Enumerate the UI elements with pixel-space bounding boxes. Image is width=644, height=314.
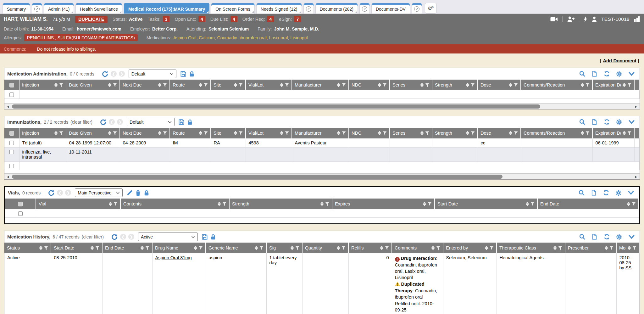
filter-icon[interactable] <box>239 83 243 87</box>
sort-icon[interactable] <box>423 202 426 206</box>
column-header[interactable]: Expiration Date <box>592 80 634 90</box>
column-header[interactable]: Contents <box>120 199 229 209</box>
duplicate-badge[interactable]: DUPLICATE <box>75 16 108 23</box>
medication-link[interactable]: Lasix oral <box>269 35 291 40</box>
filter-icon[interactable] <box>609 246 613 250</box>
sort-icon[interactable] <box>141 246 144 250</box>
undo-icon[interactable] <box>100 119 107 126</box>
column-header[interactable]: Modified By <box>616 243 639 253</box>
sort-icon[interactable] <box>194 246 197 250</box>
select-all-header[interactable] <box>4 128 19 138</box>
select-all-checkbox[interactable] <box>9 131 14 136</box>
sort-icon[interactable] <box>158 131 161 135</box>
filter-icon[interactable] <box>285 83 289 87</box>
column-header[interactable]: Vial/Lot <box>246 80 292 90</box>
sort-icon[interactable] <box>158 83 161 87</box>
sort-icon[interactable] <box>108 131 111 135</box>
filter-icon[interactable] <box>295 246 299 250</box>
open-enc-count-badge[interactable]: 4 <box>198 16 205 23</box>
sort-icon[interactable] <box>380 246 383 250</box>
horizontal-scrollbar[interactable]: ◀ ▶ <box>4 173 640 179</box>
tab-documents[interactable]: Documents (282) <box>315 3 358 14</box>
filter-icon[interactable] <box>383 83 387 87</box>
prev-page-button[interactable]: ❮ <box>120 234 126 240</box>
sort-icon[interactable] <box>54 83 58 87</box>
sort-icon[interactable] <box>581 131 584 135</box>
filter-icon[interactable] <box>471 83 475 87</box>
tab-health-surveillance[interactable]: Health Surveillance <box>75 3 122 14</box>
sort-icon[interactable] <box>320 202 324 206</box>
filter-icon[interactable] <box>627 131 631 135</box>
column-header[interactable]: Start Date <box>51 243 102 253</box>
filter-icon[interactable] <box>514 131 518 135</box>
column-header[interactable]: Start Date <box>435 199 537 209</box>
row-checkbox[interactable] <box>9 164 14 168</box>
sort-icon[interactable] <box>337 246 340 250</box>
filter-icon[interactable] <box>383 131 387 135</box>
refresh-icon[interactable] <box>603 70 610 77</box>
filter-icon[interactable] <box>204 131 208 135</box>
filter-icon[interactable] <box>163 83 167 87</box>
column-header[interactable]: Series <box>390 80 432 90</box>
column-header[interactable]: Series <box>390 128 432 138</box>
tab-documents-dv-popout-button[interactable]: ↗ <box>412 3 422 14</box>
sort-icon[interactable] <box>627 202 630 206</box>
new-document-icon[interactable] <box>591 70 597 77</box>
lock-icon[interactable] <box>143 190 150 196</box>
settings-gear-icon[interactable] <box>616 119 622 125</box>
column-header[interactable]: Injection <box>19 128 66 138</box>
column-header[interactable]: Comments/Reaction <box>521 128 592 138</box>
tab-needs-signed-popout-button[interactable]: ↗ <box>303 3 314 14</box>
collapse-chevron-icon[interactable] <box>628 234 635 239</box>
refresh-icon[interactable] <box>603 119 610 125</box>
select-all-header[interactable] <box>5 199 36 209</box>
modified-by-link[interactable]: SS <box>625 265 631 270</box>
row-checkbox[interactable] <box>18 211 23 216</box>
row-checkbox[interactable] <box>9 141 14 145</box>
injection-link[interactable]: influenza, live, intranasal <box>22 149 51 160</box>
sort-icon[interactable] <box>234 131 237 135</box>
column-header[interactable]: Vial/Lot <box>246 128 292 138</box>
sort-icon[interactable] <box>623 131 626 135</box>
prev-page-button[interactable]: ❮ <box>57 190 63 196</box>
filter-icon[interactable] <box>204 83 208 87</box>
column-header[interactable]: Dose <box>478 128 521 138</box>
sort-icon[interactable] <box>553 246 557 250</box>
drug-name-link[interactable]: Aspirin Oral 81mg <box>155 255 192 260</box>
filter-icon[interactable] <box>259 246 264 250</box>
column-header[interactable]: Route <box>170 80 211 90</box>
column-header[interactable]: Manufacturer <box>292 128 349 138</box>
edit-pencil-icon[interactable] <box>126 190 133 196</box>
column-header[interactable]: Strength <box>432 128 478 138</box>
row-checkbox[interactable] <box>9 150 14 154</box>
column-header[interactable]: Strength <box>229 199 332 209</box>
lock-icon[interactable] <box>189 71 195 77</box>
sort-icon[interactable] <box>39 246 42 250</box>
new-document-icon[interactable] <box>591 189 597 196</box>
sort-icon[interactable] <box>255 246 258 250</box>
new-document-icon[interactable] <box>591 119 597 125</box>
add-person-icon[interactable] <box>567 16 575 22</box>
column-header[interactable]: Date Given <box>66 128 120 138</box>
column-header[interactable]: Date Given <box>66 80 120 90</box>
perspective-select[interactable]: Default <box>127 118 175 126</box>
filter-icon[interactable] <box>514 83 518 87</box>
sort-icon[interactable] <box>199 131 202 135</box>
tab-on-screen-forms[interactable]: On Screen Forms <box>211 3 254 14</box>
column-header[interactable]: Next Due <box>120 128 170 138</box>
filter-icon[interactable] <box>59 83 63 87</box>
column-header[interactable]: NDC <box>349 80 390 90</box>
column-header[interactable]: NDC <box>349 128 390 138</box>
perspective-select[interactable]: Default <box>129 70 176 78</box>
sort-icon[interactable] <box>605 246 608 250</box>
sort-icon[interactable] <box>280 131 283 135</box>
sort-icon[interactable] <box>234 83 237 87</box>
scrollbar-thumb[interactable] <box>12 175 502 179</box>
save-perspective-icon[interactable] <box>178 119 185 125</box>
tab-documents-dv[interactable]: Documents-DV <box>371 3 410 14</box>
column-header[interactable]: Status <box>4 243 51 253</box>
sort-icon[interactable] <box>623 83 626 87</box>
sort-icon[interactable] <box>378 83 381 87</box>
settings-gear-icon[interactable] <box>616 234 622 240</box>
column-header[interactable]: Site <box>211 80 246 90</box>
